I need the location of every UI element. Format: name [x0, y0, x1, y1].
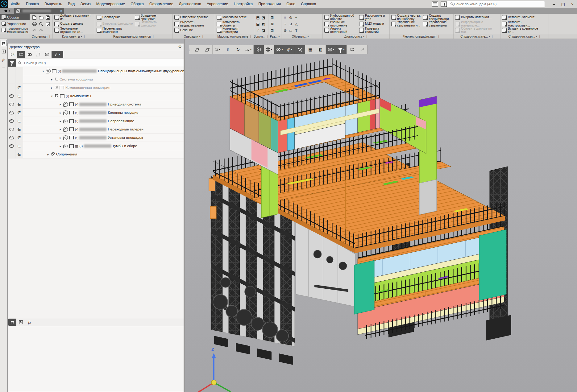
copy-objects-button[interactable]: Копировать объекты: [216, 21, 253, 27]
toolbar-grip[interactable]: ⋮⋮: [189, 45, 192, 54]
maximize-button[interactable]: ▢: [558, 0, 568, 8]
aux-icon-4[interactable]: ◩: [261, 21, 266, 27]
bottom-tab-tree[interactable]: [8, 319, 16, 326]
update-material-data-button[interactable]: Обновить данные по мат...: [455, 27, 494, 34]
visibility-eye-icon[interactable]: [9, 128, 14, 131]
create-part-button[interactable]: Создать деталь: [54, 21, 93, 27]
insert-element-button[interactable]: Вставить элемент: [501, 14, 541, 21]
3d-model[interactable]: Z X Y: [185, 38, 577, 392]
tree-row-platform-installation[interactable]: ∈ ▸ (+) Установка площадок: [8, 134, 184, 142]
menu-settings[interactable]: Настройка: [231, 0, 256, 8]
new-document-button[interactable]: [31, 14, 37, 20]
notation-icon-2[interactable]: ⊕: [282, 28, 288, 33]
tree-row-transition-galleries[interactable]: ∈ ▸ (+) Переходные галереи: [8, 125, 184, 134]
target-display-button[interactable]: ◎▾: [284, 45, 295, 54]
panel-toggle-icon[interactable]: [432, 2, 438, 7]
menu-assembly[interactable]: Сборка: [128, 0, 147, 8]
section-system[interactable]: Системная⋮: [30, 34, 53, 39]
geometry-collection-button[interactable]: Коллекция геометрии: [216, 27, 253, 34]
section-placement[interactable]: Размещение компонентов⋮: [95, 34, 173, 39]
structure-filter-button[interactable]: [347, 45, 357, 54]
mutual-deviation-button[interactable]: Взаимное отклонение: [324, 21, 358, 27]
menu-file[interactable]: Файл: [8, 0, 23, 8]
cut-extrude-button[interactable]: Вырезать выдавливанием: [174, 21, 213, 27]
expander-icon[interactable]: ▸: [59, 119, 62, 123]
grid-array-button[interactable]: Массив по сетке: [216, 14, 253, 21]
material-info-button[interactable]: Информация о материале...: [455, 21, 494, 27]
gear-icon[interactable]: ⚙: [178, 44, 182, 49]
create-drawing-button[interactable]: Создать чертеж по шаблону: [391, 14, 422, 21]
menu-sketch[interactable]: Эскиз: [77, 0, 93, 8]
expander-icon[interactable]: ▾: [50, 94, 53, 98]
tree-row-pedestals-assembly[interactable]: ∈ ▸ ▦ (+) Тумбы в сборе: [8, 142, 184, 150]
bottom-tab-variables[interactable]: fx: [26, 319, 34, 326]
visibility-eye-icon[interactable]: [9, 144, 14, 148]
visibility-eye-icon[interactable]: [9, 94, 14, 98]
zoom-tool-button[interactable]: ▾: [213, 45, 223, 54]
rotate-view-button[interactable]: ↻: [233, 45, 243, 54]
notation-icon-0[interactable]: ⌗: [282, 15, 288, 20]
insert-structural-button[interactable]: Вставить конструктивн...: [501, 21, 541, 27]
notation-icon-5[interactable]: ▭: [288, 28, 293, 33]
filter-display-button[interactable]: ▾: [336, 45, 347, 54]
menu-management[interactable]: Управление: [204, 0, 231, 8]
expander-icon[interactable]: ▸: [47, 153, 50, 156]
raz-icon-2[interactable]: ⊡: [269, 28, 275, 33]
notation-icon-6[interactable]: ⌖: [293, 15, 299, 20]
object-info-button[interactable]: Информация об объекте: [324, 14, 358, 21]
expander-icon[interactable]: ▸: [59, 136, 62, 139]
section-raz[interactable]: Раз...▾: [268, 34, 281, 39]
select-material-button[interactable]: Выбрать материал...: [455, 14, 494, 21]
move-component-button[interactable]: Переместить компонент: [96, 27, 134, 34]
aux-icon-2[interactable]: ⟋: [255, 28, 261, 33]
visibility-eye-icon[interactable]: [9, 119, 14, 123]
sketch-plane-icon[interactable]: [192, 45, 202, 54]
manage-linked-drawings-button[interactable]: Управление связанными ч...: [391, 21, 422, 27]
section-auxiliary[interactable]: Вспом...⋮: [254, 34, 268, 39]
tree-row-layout-geometry[interactable]: ∈ ▸ Компоновочная геометрия: [8, 84, 184, 92]
menu-help[interactable]: Справка: [298, 0, 319, 8]
tree-row-drive-system[interactable]: ∈ ▸ (+) Приводная система: [8, 100, 184, 109]
sketch-plane-local-icon[interactable]: [202, 45, 212, 54]
menu-layout[interactable]: Оформление: [147, 0, 176, 8]
mass-properties-button[interactable]: МЦХ модели: [359, 21, 388, 27]
section-drawing-spec[interactable]: Чертеж, спецификация⋮: [390, 34, 454, 39]
clip-section-button[interactable]: [295, 45, 305, 54]
menu-window[interactable]: Окно: [284, 0, 298, 8]
section-materials[interactable]: Справочник мате...▾⋮: [454, 34, 500, 39]
section-diagnostics[interactable]: Диагностика▾⋮: [323, 34, 390, 39]
expander-icon[interactable]: ▸: [59, 111, 62, 114]
undo-button[interactable]: ↶: [31, 27, 37, 33]
rotation-rotation-button[interactable]: Вращение-вращение: [134, 14, 172, 21]
orientation-up-button[interactable]: ⇧: [223, 45, 233, 54]
menu-edit[interactable]: Правка: [23, 0, 42, 8]
variables-strip-icon[interactable]: fx: [1, 57, 7, 63]
insert-fastener-button[interactable]: Вставить крепежное со...: [501, 27, 541, 34]
layers-button[interactable]: [43, 51, 51, 58]
close-button[interactable]: ×: [568, 0, 577, 8]
tab-close-icon[interactable]: ×: [60, 9, 62, 13]
tree-row-bearing-columns[interactable]: ∈ ▸ (+) Колонны несущие: [8, 109, 184, 117]
notation-icon-7[interactable]: △: [293, 21, 299, 27]
section-array[interactable]: Массив, копирование⋮: [215, 34, 254, 39]
expander-icon[interactable]: ▸: [59, 103, 62, 106]
3d-viewport[interactable]: ⋮⋮ ▾ ⇧ ↻ ▾ ▾ ▾ ◎▾ ▦ ◧ ▾ ▾: [185, 38, 577, 392]
collision-check-button[interactable]: Проверка коллизий: [359, 27, 388, 34]
notation-icon-1[interactable]: ⌁: [282, 21, 288, 27]
layers-display-button[interactable]: ▾: [326, 45, 336, 54]
visibility-eye-icon[interactable]: [9, 136, 14, 139]
aux-icon-1[interactable]: ⬓: [255, 21, 261, 27]
eyedropper-button[interactable]: [357, 45, 367, 54]
wireframe-view-button[interactable]: ▾: [264, 45, 274, 54]
notation-icon-4[interactable]: ⊿: [288, 21, 293, 27]
notation-icon-3[interactable]: ⊘: [288, 15, 293, 20]
tree-row-coordinate-systems[interactable]: ▸ Системы координат: [8, 75, 184, 84]
tree-row-components[interactable]: ∈ ▾ (+) Компоненты: [8, 92, 184, 100]
bottom-tab-parameters[interactable]: [17, 319, 25, 326]
hidden-lines-button[interactable]: ▾: [274, 45, 284, 54]
visibility-eye-icon[interactable]: [9, 111, 14, 114]
menu-view[interactable]: Вид: [65, 0, 78, 8]
home-tab-button[interactable]: ▾: [0, 8, 14, 14]
tree-row-guides[interactable]: ∈ ▸ (+) Направляющие: [8, 117, 184, 125]
expander-icon[interactable]: ▸: [50, 78, 53, 81]
